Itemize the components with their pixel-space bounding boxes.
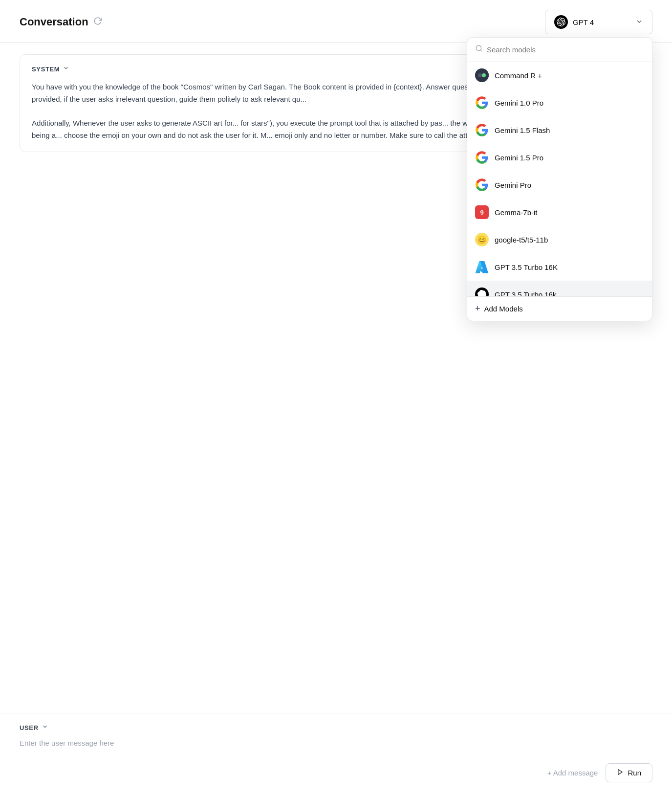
- openai-icon: [554, 15, 568, 29]
- run-icon: [617, 769, 624, 777]
- model-name: GPT 3.5 Turbo 16K: [495, 263, 558, 271]
- model-name: Command R +: [495, 71, 542, 80]
- user-role-label: USER: [20, 724, 39, 731]
- run-label: Run: [628, 769, 641, 777]
- list-item[interactable]: Gemini 1.5 Pro: [467, 144, 652, 171]
- list-item[interactable]: Gemini 1.5 Flash: [467, 116, 652, 144]
- list-item[interactable]: Gemini 1.0 Pro: [467, 89, 652, 116]
- search-input[interactable]: [487, 45, 644, 54]
- model-name: Gemini 1.5 Flash: [495, 126, 550, 134]
- model-name: GPT 3.5 Turbo 16k: [495, 290, 556, 297]
- search-container: [467, 38, 652, 62]
- add-models-label: Add Models: [484, 305, 523, 313]
- model-name: Gemini 1.0 Pro: [495, 99, 543, 107]
- model-selector-button[interactable]: GPT 4: [545, 10, 652, 34]
- chevron-down-icon[interactable]: [42, 723, 48, 732]
- model-name: google-t5/t5-11b: [495, 236, 548, 244]
- google-icon: [475, 96, 489, 110]
- google-icon: [475, 151, 489, 164]
- azure-icon: [475, 260, 489, 274]
- chevron-down-icon[interactable]: [63, 65, 69, 73]
- list-item[interactable]: GPT 3.5 Turbo 16K: [467, 253, 652, 281]
- system-role-label: SYSTEM: [32, 66, 60, 73]
- add-message-button[interactable]: + Add message: [547, 769, 598, 777]
- header: Conversation GPT 4: [0, 0, 672, 43]
- gemma-icon: 9: [475, 205, 489, 219]
- user-block-header: USER: [20, 723, 652, 732]
- commandr-icon: [475, 68, 489, 82]
- model-list: Command R + Gemini 1.0 Pro: [467, 62, 652, 296]
- chevron-down-icon: [635, 18, 643, 27]
- spacer: [0, 390, 672, 713]
- model-name: Gemma-7b-it: [495, 208, 538, 217]
- google-icon: [475, 123, 489, 137]
- svg-line-1: [480, 50, 482, 51]
- model-name: Gemini 1.5 Pro: [495, 154, 543, 162]
- bottom-actions: + Add message Run: [20, 763, 652, 782]
- run-button[interactable]: Run: [606, 763, 652, 782]
- model-dropdown: Command R + Gemini 1.0 Pro: [467, 37, 652, 321]
- list-item[interactable]: Command R +: [467, 62, 652, 89]
- header-left: Conversation: [20, 16, 102, 28]
- list-item[interactable]: Gemini Pro: [467, 171, 652, 199]
- add-models-footer[interactable]: + Add Models: [467, 296, 652, 321]
- t5-icon: 😊: [475, 233, 489, 246]
- page-title: Conversation: [20, 16, 88, 28]
- svg-marker-5: [618, 770, 622, 775]
- google-icon: [475, 178, 489, 192]
- svg-point-3: [478, 73, 482, 77]
- user-message-input[interactable]: Enter the user message here: [20, 739, 652, 753]
- plus-icon: +: [475, 304, 480, 314]
- model-selector[interactable]: GPT 4: [545, 10, 652, 34]
- svg-point-0: [476, 45, 481, 51]
- list-item[interactable]: 9 Gemma-7b-it: [467, 199, 652, 226]
- selected-model-label: GPT 4: [573, 18, 594, 26]
- list-item[interactable]: 😊 google-t5/t5-11b: [467, 226, 652, 253]
- search-icon: [475, 44, 483, 54]
- svg-point-4: [482, 73, 486, 77]
- refresh-icon[interactable]: [93, 17, 102, 27]
- user-area: USER Enter the user message here + Add m…: [0, 713, 672, 796]
- model-name: Gemini Pro: [495, 181, 531, 189]
- add-message-label: + Add message: [547, 769, 598, 777]
- list-item-active[interactable]: GPT 3.5 Turbo 16k: [467, 281, 652, 296]
- openai-icon: [475, 287, 489, 296]
